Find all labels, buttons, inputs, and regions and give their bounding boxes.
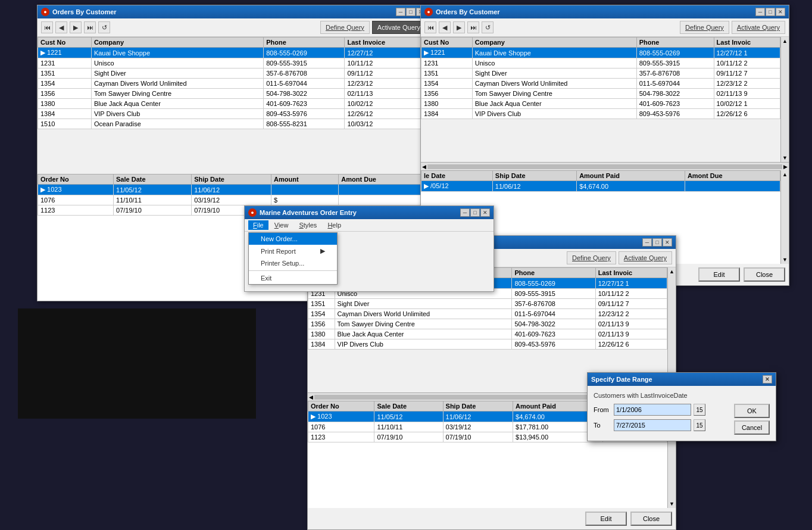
dialog-body: Customers with LastInvoiceDate From 15 T… xyxy=(588,386,776,441)
window1-toolbar: ⏮ ◀ ▶ ⏭ ↺ Define Query Activate Query xyxy=(38,18,429,37)
customer-row[interactable]: 1380 Blue Jack Aqua Center 401-609-7623 … xyxy=(38,99,421,109)
to-field: To 15 xyxy=(594,419,728,431)
to-input[interactable] xyxy=(614,419,691,431)
from-calendar-btn[interactable]: 15 xyxy=(694,404,705,416)
window3-title-bar: ● Marine Adventures Order Entry ─ □ ✕ xyxy=(245,206,494,219)
menu-print-report[interactable]: Print Report ▶ xyxy=(249,245,337,257)
customer-row[interactable]: 1380 Blue Jack Aqua Center 401-609-7623 … xyxy=(421,99,780,109)
menu-exit[interactable]: Exit xyxy=(249,272,337,284)
customer-table-w1: Cust No Company Phone Last Invoice 1221 … xyxy=(38,37,421,129)
window2-close[interactable]: ✕ xyxy=(776,8,785,16)
customer-row[interactable]: 1354 Cayman Divers World Unlimited 011-5… xyxy=(308,309,667,319)
window4-controls[interactable]: ─ □ ✕ xyxy=(642,238,672,247)
menu-view[interactable]: View xyxy=(270,220,293,230)
w2-edit-btn[interactable]: Edit xyxy=(698,267,740,282)
window2-title: Orders By Customer xyxy=(436,8,755,15)
w2-nav-last[interactable]: ⏭ xyxy=(467,21,479,33)
define-query-btn[interactable]: Define Query xyxy=(320,21,370,34)
window3-minimize[interactable]: ─ xyxy=(460,208,470,217)
order-row[interactable]: 1023 11/05/12 11/06/12 xyxy=(38,185,429,195)
w2-nav-prev[interactable]: ◀ xyxy=(439,21,451,33)
window2-maximize[interactable]: □ xyxy=(766,8,775,16)
w4-edit-btn[interactable]: Edit xyxy=(585,512,627,526)
window2-app-icon: ● xyxy=(424,8,433,16)
w2-nav-first[interactable]: ⏮ xyxy=(424,21,436,33)
col-last-invoice: Last Invoice xyxy=(345,38,421,48)
customer-row[interactable]: 1356 Tom Sawyer Diving Centre 504-798-30… xyxy=(421,89,780,99)
menu-help[interactable]: Help xyxy=(323,220,346,230)
menu-separator xyxy=(249,270,337,271)
w4-activate-query-btn[interactable]: Activate Query xyxy=(619,251,672,264)
customer-row[interactable]: 1354 Cayman Divers World Unlimited 011-5… xyxy=(38,79,421,89)
w2-nav-next[interactable]: ▶ xyxy=(453,21,465,33)
customer-row[interactable]: 1221 Kauai Dive Shoppe 808-555-0269 12/2… xyxy=(421,48,780,58)
window3-maximize[interactable]: □ xyxy=(470,208,480,217)
customer-row[interactable]: 1221 Kauai Dive Shoppe 808-555-0269 12/2… xyxy=(38,48,421,58)
window3-title: Marine Adventures Order Entry xyxy=(260,209,460,216)
nav-prev-btn[interactable]: ◀ xyxy=(55,21,67,33)
order-row[interactable]: /05/12 11/06/12 $4,674.00 xyxy=(421,181,780,192)
to-calendar-btn[interactable]: 15 xyxy=(694,419,705,431)
dialog-cancel-btn[interactable]: Cancel xyxy=(734,420,770,435)
w2-customer-scrollbar[interactable]: ▲ ▼ xyxy=(780,37,789,162)
specify-date-range-dialog[interactable]: Specify Date Range ✕ Customers with Last… xyxy=(587,372,776,441)
w2-define-query-btn[interactable]: Define Query xyxy=(680,21,729,34)
window1-minimize[interactable]: ─ xyxy=(396,8,405,16)
w2-close-btn[interactable]: Close xyxy=(744,267,785,282)
window2-controls[interactable]: ─ □ ✕ xyxy=(755,8,785,16)
customer-row[interactable]: 1384 VIP Divers Club 809-453-5976 12/26/… xyxy=(38,109,421,119)
menu-styles[interactable]: Styles xyxy=(294,220,321,230)
window1-title: Orders By Customer xyxy=(52,8,396,15)
nav-next-btn[interactable]: ▶ xyxy=(70,21,82,33)
dialog-title-text: Specify Date Range xyxy=(591,376,652,383)
nav-last-btn[interactable]: ⏭ xyxy=(84,21,96,33)
window4-close[interactable]: ✕ xyxy=(663,238,672,247)
menu-file[interactable]: File xyxy=(248,220,268,230)
customer-row[interactable]: 1384 VIP Divers Club 809-453-5976 12/26/… xyxy=(421,109,780,119)
col-company: Company xyxy=(91,38,263,48)
customer-row[interactable]: 1380 Blue Jack Aqua Center 401-609-7623 … xyxy=(308,329,667,339)
window3-app-icon: ● xyxy=(248,208,257,217)
from-input[interactable] xyxy=(614,404,691,416)
customer-row[interactable]: 1231 Unisco 809-555-3915 10/11/12 xyxy=(38,58,421,68)
nav-first-btn[interactable]: ⏮ xyxy=(41,21,53,33)
customer-row[interactable]: 1231 Unisco 809-555-3915 10/11/12 2 xyxy=(421,58,780,68)
customer-row[interactable]: 1351 Sight Diver 357-6-876708 09/11/12 7 xyxy=(421,68,780,79)
window3-controls[interactable]: ─ □ ✕ xyxy=(460,208,490,217)
nav-refresh-btn[interactable]: ↺ xyxy=(98,21,110,33)
dialog-description: Customers with LastInvoiceDate xyxy=(594,392,770,399)
w4-define-query-btn[interactable]: Define Query xyxy=(567,251,616,264)
menu-printer-setup[interactable]: Printer Setup... xyxy=(249,257,337,269)
from-field: From 15 xyxy=(594,404,728,416)
w2-activate-query-btn[interactable]: Activate Query xyxy=(732,21,785,34)
window2-toolbar: ⏮ ◀ ▶ ⏭ ↺ Define Query Activate Query xyxy=(421,18,789,37)
col-phone: Phone xyxy=(264,38,345,48)
w2-nav-refresh[interactable]: ↺ xyxy=(482,21,494,33)
customer-row[interactable]: 1356 Tom Sawyer Diving Centre 504-798-30… xyxy=(38,89,421,99)
window2-minimize[interactable]: ─ xyxy=(755,8,765,16)
dialog-ok-btn[interactable]: OK xyxy=(734,404,770,418)
activate-query-btn[interactable]: Activate Query xyxy=(372,21,426,34)
window1-maximize[interactable]: □ xyxy=(406,8,416,16)
from-label: From xyxy=(594,406,611,413)
order-row[interactable]: 1076 11/10/11 03/19/12 $ xyxy=(38,195,429,205)
window1-app-icon: ● xyxy=(41,8,49,16)
window3-close[interactable]: ✕ xyxy=(480,208,490,217)
w4-close-btn[interactable]: Close xyxy=(630,512,672,526)
customer-row[interactable]: 1351 Sight Diver 357-6-876708 09/11/12 7 xyxy=(308,299,667,309)
customer-row[interactable]: 1384 VIP Divers Club 809-453-5976 12/26/… xyxy=(308,339,667,350)
window1-title-bar: ● Orders By Customer ─ □ ✕ xyxy=(38,5,429,18)
customer-row[interactable]: 1351 Sight Diver 357-6-876708 09/11/12 xyxy=(38,68,421,79)
window4-maximize[interactable]: □ xyxy=(652,238,662,247)
dialog-buttons: OK Cancel xyxy=(734,404,770,435)
dialog-close-btn[interactable]: ✕ xyxy=(763,375,772,384)
window4-minimize[interactable]: ─ xyxy=(642,238,652,247)
menu-new-order[interactable]: New Order... xyxy=(249,233,337,245)
w2-orders-scrollbar[interactable]: ▲ ▼ xyxy=(780,170,789,264)
window3-marine-adventures[interactable]: ● Marine Adventures Order Entry ─ □ ✕ Fi… xyxy=(244,205,494,292)
customer-row[interactable]: 1356 Tom Sawyer Diving Centre 504-798-30… xyxy=(308,319,667,329)
col-cust-no: Cust No xyxy=(38,38,92,48)
customer-table-w2: Cust No Company Phone Last Invoic 1221 K… xyxy=(421,37,780,119)
customer-row[interactable]: 1354 Cayman Divers World Unlimited 011-5… xyxy=(421,79,780,89)
customer-row[interactable]: 1510 Ocean Paradise 808-555-8231 10/03/1… xyxy=(38,119,421,129)
